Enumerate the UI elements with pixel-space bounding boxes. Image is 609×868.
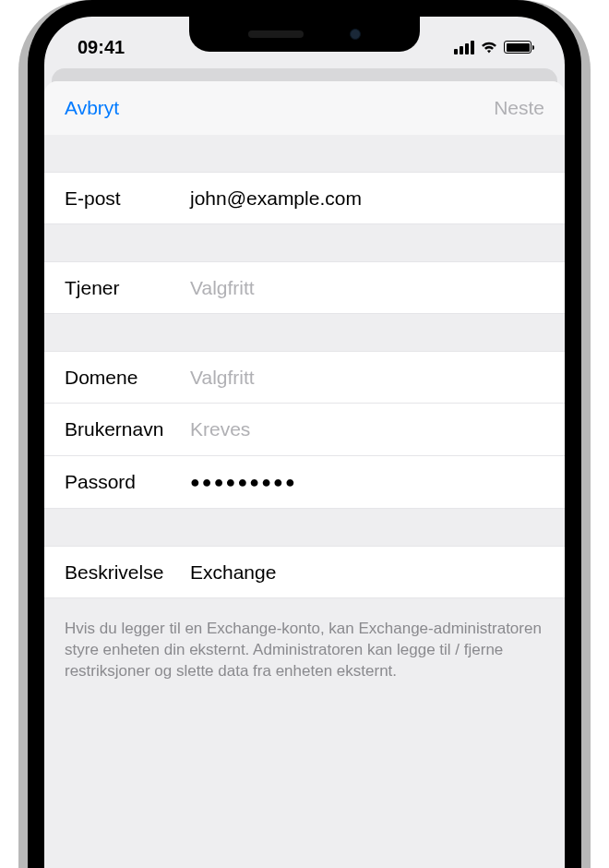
modal-sheet: Avbryt Neste E-post john@example.com Tje… — [44, 81, 565, 868]
server-group: Tjener — [44, 261, 565, 314]
wifi-icon — [480, 41, 498, 54]
username-row[interactable]: Brukernavn — [44, 404, 565, 456]
footer-note: Hvis du legger til en Exchange-konto, ka… — [44, 598, 565, 682]
email-label: E-post — [65, 187, 190, 210]
speaker-grill — [248, 30, 304, 38]
description-row[interactable]: Beskrivelse Exchange — [44, 546, 565, 598]
nav-bar: Avbryt Neste — [44, 81, 565, 135]
description-field[interactable]: Exchange — [190, 561, 544, 584]
phone-mockup: 09:41 Avbryt Neste — [0, 0, 609, 868]
server-row[interactable]: Tjener — [44, 261, 565, 314]
status-indicators — [454, 41, 531, 54]
email-group: E-post john@example.com — [44, 172, 565, 224]
email-field[interactable]: john@example.com — [190, 187, 544, 210]
password-field[interactable]: ●●●●●●●●● — [190, 473, 297, 492]
domain-row[interactable]: Domene — [44, 351, 565, 404]
password-label: Passord — [65, 471, 190, 493]
password-row[interactable]: Passord ●●●●●●●●● — [44, 456, 565, 509]
domain-field[interactable] — [190, 367, 544, 389]
server-field[interactable] — [190, 277, 544, 299]
front-camera-icon — [350, 29, 361, 40]
email-row[interactable]: E-post john@example.com — [44, 172, 565, 224]
cancel-button[interactable]: Avbryt — [65, 97, 119, 119]
description-label: Beskrivelse — [65, 561, 190, 584]
phone-inner-frame: 09:41 Avbryt Neste — [28, 0, 581, 868]
description-group: Beskrivelse Exchange — [44, 546, 565, 598]
battery-icon — [504, 41, 531, 54]
notch — [189, 17, 420, 52]
username-label: Brukernavn — [65, 418, 190, 440]
screen: 09:41 Avbryt Neste — [44, 17, 565, 868]
next-button[interactable]: Neste — [494, 97, 544, 119]
credentials-group: Domene Brukernavn Passord ●●●●●●●●● — [44, 351, 565, 509]
domain-label: Domene — [65, 367, 190, 389]
cellular-signal-icon — [454, 41, 474, 54]
status-time: 09:41 — [78, 37, 125, 58]
username-field[interactable] — [190, 418, 544, 440]
server-label: Tjener — [65, 277, 190, 299]
